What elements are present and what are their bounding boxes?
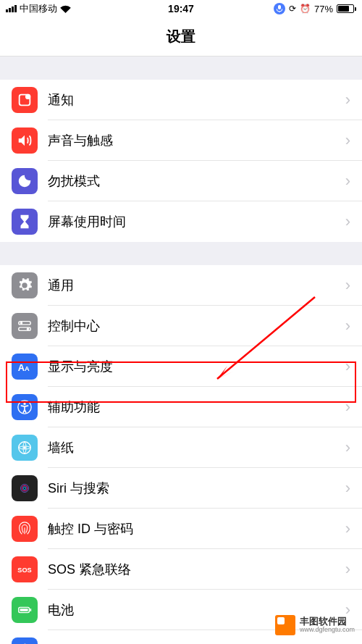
settings-item-control[interactable]: 控制中心› (0, 306, 362, 346)
text-size-icon (12, 354, 38, 380)
item-label: Siri 与搜索 (48, 480, 345, 497)
settings-item-screentime[interactable]: 屏幕使用时间› (0, 201, 362, 242)
gear-icon (12, 272, 38, 298)
status-time: 19:47 (168, 3, 194, 14)
item-label: SOS 紧急联络 (48, 561, 345, 578)
chevron-right-icon: › (345, 357, 350, 376)
item-label: 通用 (48, 277, 345, 294)
watermark-name: 丰图软件园 (300, 616, 355, 627)
switches-icon (12, 313, 38, 339)
sos-icon (12, 556, 38, 582)
sound-icon (12, 127, 38, 154)
chevron-right-icon: › (345, 276, 350, 295)
chevron-right-icon: › (345, 131, 350, 150)
item-label: 勿扰模式 (48, 172, 345, 190)
wallpaper-icon (12, 435, 38, 461)
svg-rect-20 (278, 5, 281, 9)
settings-item-notifications[interactable]: 通知› (0, 80, 362, 120)
accessibility-icon (12, 394, 38, 420)
carrier-label: 中国移动 (20, 2, 57, 15)
chevron-right-icon: › (345, 91, 350, 109)
watermark-url: www.dgfengtu.com (300, 627, 355, 634)
siri-icon (12, 475, 38, 501)
moon-icon (12, 168, 38, 194)
settings-item-siri[interactable]: Siri 与搜索› (0, 468, 362, 509)
item-label: 屏幕使用时间 (48, 213, 345, 230)
item-label: 墙纸 (48, 439, 345, 456)
chevron-right-icon: › (345, 398, 350, 417)
chevron-right-icon: › (345, 641, 350, 644)
settings-item-sos[interactable]: SOS 紧急联络› (0, 549, 362, 590)
chevron-right-icon: › (345, 479, 350, 498)
chevron-right-icon: › (345, 438, 350, 457)
lock-icon: ⟳ (289, 4, 296, 14)
item-label: 触控 ID 与密码 (48, 520, 345, 538)
fingerprint-icon (12, 516, 38, 542)
settings-item-general[interactable]: 通用› (0, 265, 362, 306)
settings-item-accessibility[interactable]: 辅助功能› (0, 387, 362, 427)
alarm-icon: ⏰ (300, 4, 311, 14)
chevron-right-icon: › (345, 212, 350, 231)
hand-icon (12, 637, 38, 644)
voice-icon (274, 3, 285, 14)
item-label: 声音与触感 (48, 132, 345, 149)
watermark: 丰图软件园 www.dgfengtu.com (275, 615, 355, 635)
watermark-logo-icon (275, 615, 295, 635)
chevron-right-icon: › (345, 560, 350, 579)
item-label: 辅助功能 (48, 398, 345, 416)
page-title: 设置 (0, 17, 362, 57)
item-label: 通知 (48, 91, 345, 109)
battery-icon (12, 597, 38, 623)
hourglass-icon (12, 209, 38, 235)
settings-item-display[interactable]: 显示与亮度› (0, 346, 362, 387)
settings-item-wallpaper[interactable]: 墙纸› (0, 427, 362, 468)
item-label: 显示与亮度 (48, 358, 345, 375)
chevron-right-icon: › (345, 317, 350, 335)
signal-icon (6, 5, 17, 12)
battery-icon (337, 4, 356, 13)
notifications-icon (12, 87, 38, 113)
settings-item-sound[interactable]: 声音与触感› (0, 120, 362, 161)
status-bar: 中国移动 19:47 ⟳ ⏰ 77% (0, 0, 362, 17)
battery-percent: 77% (314, 4, 333, 14)
chevron-right-icon: › (345, 172, 350, 191)
settings-item-touchid[interactable]: 触控 ID 与密码› (0, 509, 362, 549)
settings-item-dnd[interactable]: 勿扰模式› (0, 161, 362, 201)
item-label: 控制中心 (48, 317, 345, 335)
chevron-right-icon: › (345, 519, 350, 538)
wifi-icon (60, 5, 71, 13)
